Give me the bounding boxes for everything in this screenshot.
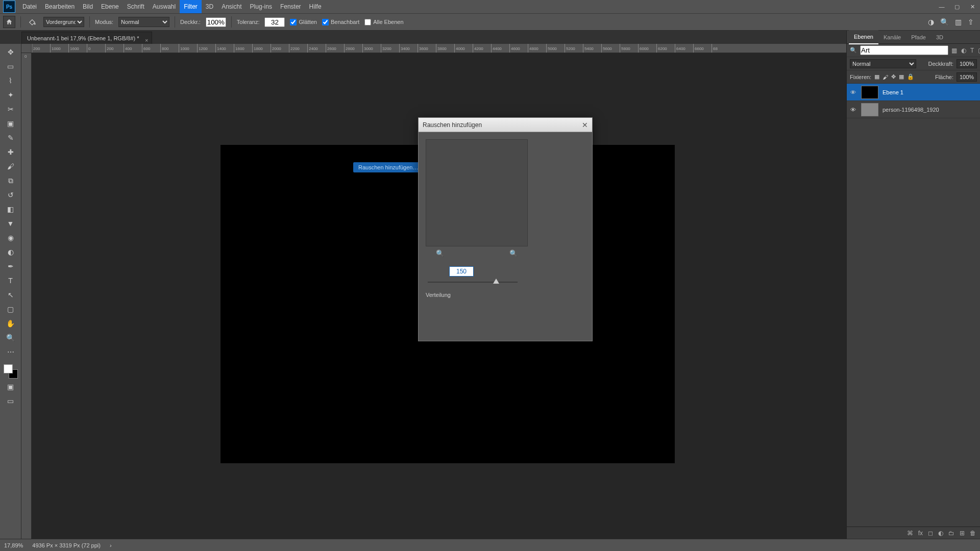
all-layers-checkbox[interactable] xyxy=(364,19,371,26)
ruler-origin[interactable] xyxy=(21,44,32,53)
menu-plugins[interactable]: Plug-ins xyxy=(246,0,276,13)
fill-input[interactable] xyxy=(957,72,977,82)
antialias-checkbox[interactable] xyxy=(290,19,297,26)
eraser-tool[interactable]: ◧ xyxy=(4,203,18,215)
status-zoom[interactable]: 17,89% xyxy=(4,542,23,548)
path-select-tool[interactable]: ↖ xyxy=(4,289,18,301)
menu-3d[interactable]: 3D xyxy=(202,0,217,13)
crop-tool[interactable]: ✂ xyxy=(4,103,18,115)
menu-ansicht[interactable]: Ansicht xyxy=(217,0,246,13)
ruler-horizontal[interactable]: 2001000160002004006008001000120014001600… xyxy=(32,44,846,53)
gradient-tool[interactable]: ▼ xyxy=(4,217,18,230)
menu-filter[interactable]: Filter xyxy=(180,0,202,13)
group-icon[interactable]: 🗀 xyxy=(948,530,954,537)
fill-source-select[interactable]: Vordergrund xyxy=(43,17,84,27)
amount-slider[interactable] xyxy=(428,279,518,286)
lock-all-icon[interactable]: 🔒 xyxy=(907,73,914,80)
status-dimensions[interactable]: 4936 Px × 3319 Px (72 ppi) xyxy=(32,542,101,548)
tab-3d[interactable]: 3D xyxy=(931,31,948,44)
menu-hilfe[interactable]: Hilfe xyxy=(305,0,326,13)
visibility-toggle[interactable]: 👁 xyxy=(849,107,857,113)
lock-pixels-icon[interactable]: 🖌 xyxy=(883,74,888,80)
window-maximize-button[interactable]: ▢ xyxy=(949,0,965,13)
menu-auswahl[interactable]: Auswahl xyxy=(149,0,180,13)
color-swatches[interactable] xyxy=(4,364,18,379)
dialog-titlebar[interactable]: Rauschen hinzufügen ✕ xyxy=(419,118,592,132)
menu-schrift[interactable]: Schrift xyxy=(123,0,149,13)
amount-input[interactable] xyxy=(449,266,474,277)
menu-ebene[interactable]: Ebene xyxy=(97,0,123,13)
blur-tool[interactable]: ◉ xyxy=(4,232,18,244)
lasso-tool[interactable]: ⌇ xyxy=(4,74,18,87)
layer-mask-icon[interactable]: ◻ xyxy=(928,530,933,537)
layer-name[interactable]: person-1196498_1920 xyxy=(883,107,939,113)
canvas-area[interactable]: Rauschen hinzufügen… ✋ Rauschen hinzufüg… xyxy=(32,53,846,539)
search-icon[interactable]: 🔍 xyxy=(940,18,949,26)
document-tab[interactable]: Unbenannt-1 bei 17,9% (Ebene 1, RGB/8#) … xyxy=(21,32,152,44)
layer-thumbnail[interactable] xyxy=(861,103,878,116)
new-layer-icon[interactable]: ⊞ xyxy=(960,530,965,537)
contiguous-checkbox[interactable] xyxy=(322,19,329,26)
slider-thumb[interactable] xyxy=(493,279,499,284)
lock-artboard-icon[interactable]: ▦ xyxy=(899,73,904,80)
stamp-tool[interactable]: ⧉ xyxy=(4,174,18,187)
blend-mode-select[interactable]: Normal xyxy=(118,17,169,27)
pen-tool[interactable]: ✒ xyxy=(4,260,18,272)
quickmask-button[interactable]: ▣ xyxy=(4,381,18,393)
history-brush-tool[interactable]: ↺ xyxy=(4,189,18,201)
filter-adjust-icon[interactable]: ◐ xyxy=(961,47,966,54)
layer-blend-select[interactable]: Normal xyxy=(850,59,916,68)
eyedropper-tool[interactable]: ✎ xyxy=(4,132,18,144)
zoom-in-icon[interactable]: 🔍 xyxy=(509,249,518,257)
tool-indicator[interactable] xyxy=(26,16,38,28)
ruler-vertical[interactable]: 0 xyxy=(21,53,32,539)
tolerance-input[interactable] xyxy=(264,17,285,27)
filter-type-icon[interactable]: T xyxy=(970,47,974,54)
hand-tool[interactable]: ✋ xyxy=(4,317,18,330)
adjustment-layer-icon[interactable]: ◐ xyxy=(938,530,943,537)
tab-pfade[interactable]: Pfade xyxy=(906,31,931,44)
marquee-tool[interactable]: ▭ xyxy=(4,60,18,72)
layer-row[interactable]: 👁 Ebene 1 xyxy=(847,84,980,101)
layer-thumbnail[interactable] xyxy=(861,86,878,99)
link-layers-icon[interactable]: ⌘ xyxy=(907,530,913,537)
menu-datei[interactable]: Datei xyxy=(18,0,41,13)
dialog-preview[interactable] xyxy=(426,139,528,246)
move-tool[interactable]: ✥ xyxy=(4,46,18,58)
lock-position-icon[interactable]: ✥ xyxy=(891,73,896,80)
shape-tool[interactable]: ▢ xyxy=(4,303,18,315)
dodge-tool[interactable]: ◐ xyxy=(4,246,18,258)
delete-layer-icon[interactable]: 🗑 xyxy=(970,530,976,537)
filter-pixel-icon[interactable]: ▦ xyxy=(951,47,957,54)
cloud-docs-icon[interactable]: ◑ xyxy=(928,18,934,26)
dialog-close-button[interactable]: ✕ xyxy=(582,121,588,129)
brush-tool[interactable]: 🖌 xyxy=(4,160,18,172)
foreground-swatch[interactable] xyxy=(4,364,13,373)
layer-row[interactable]: 👁 person-1196498_1920 xyxy=(847,101,980,118)
window-minimize-button[interactable]: — xyxy=(934,0,949,13)
tab-ebenen[interactable]: Ebenen xyxy=(849,30,878,44)
type-tool[interactable]: T xyxy=(4,274,18,287)
frame-tool[interactable]: ▣ xyxy=(4,117,18,130)
screenmode-button[interactable]: ▭ xyxy=(4,395,18,407)
status-more-icon[interactable]: › xyxy=(110,542,112,548)
layer-filter-input[interactable] xyxy=(860,45,948,55)
visibility-toggle[interactable]: 👁 xyxy=(849,89,857,95)
share-icon[interactable]: ⇪ xyxy=(968,18,974,26)
zoom-out-icon[interactable]: 🔍 xyxy=(436,249,444,257)
heal-tool[interactable]: ✚ xyxy=(4,146,18,158)
layer-style-icon[interactable]: fx xyxy=(918,530,923,537)
tab-kanaele[interactable]: Kanäle xyxy=(878,31,906,44)
menu-bild[interactable]: Bild xyxy=(79,0,97,13)
filter-shape-icon[interactable]: ▢ xyxy=(978,47,980,54)
menu-bearbeiten[interactable]: Bearbeiten xyxy=(41,0,79,13)
home-button[interactable] xyxy=(3,16,15,28)
zoom-tool[interactable]: 🔍 xyxy=(4,332,18,344)
menu-fenster[interactable]: Fenster xyxy=(276,0,305,13)
wand-tool[interactable]: ✦ xyxy=(4,89,18,101)
window-close-button[interactable]: ✕ xyxy=(965,0,980,13)
workspace-icon[interactable]: ▥ xyxy=(955,18,962,26)
layer-opacity-input[interactable] xyxy=(957,59,977,68)
lock-transparency-icon[interactable]: ▦ xyxy=(874,73,879,80)
layer-name[interactable]: Ebene 1 xyxy=(883,89,903,95)
